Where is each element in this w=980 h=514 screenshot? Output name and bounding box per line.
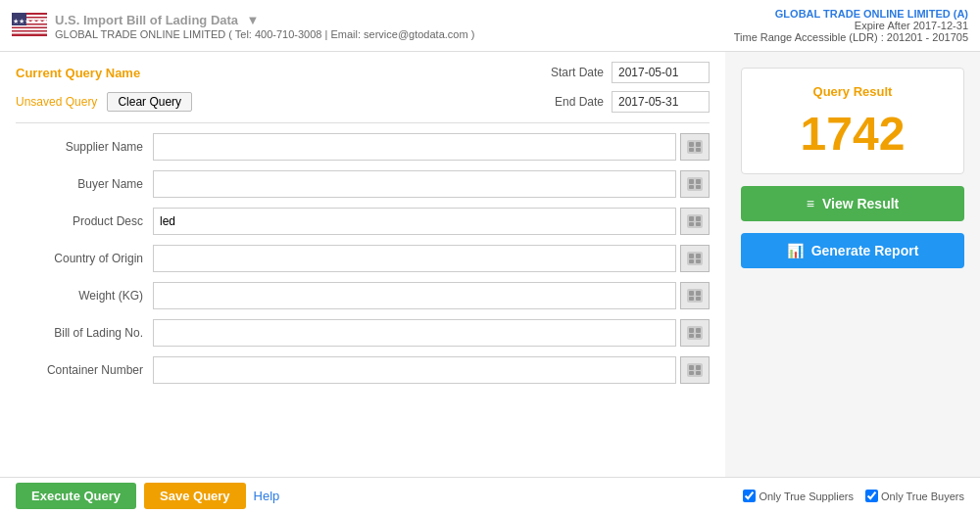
field-label-3: Country of Origin (16, 252, 153, 265)
only-suppliers-checkbox-label[interactable]: Only True Suppliers (743, 490, 854, 502)
end-date-group: End Date (555, 91, 710, 113)
header-dropdown-btn[interactable]: U.S. Import Bill of Lading Data ▼ GLOBAL… (55, 11, 474, 40)
execute-query-button[interactable]: Execute Query (16, 483, 136, 509)
account-company: GLOBAL TRADE ONLINE LIMITED (A) (734, 8, 968, 20)
svg-rect-40 (689, 365, 694, 370)
chart-icon: 📊 (787, 243, 804, 258)
svg-rect-39 (687, 363, 703, 377)
field-icon-btn-5[interactable] (680, 319, 710, 347)
field-input-1[interactable] (153, 170, 676, 198)
svg-rect-19 (687, 214, 703, 228)
svg-rect-26 (696, 254, 701, 258)
only-buyers-checkbox-label[interactable]: Only True Buyers (865, 490, 964, 502)
field-label-2: Product Desc (16, 214, 153, 228)
svg-rect-42 (689, 371, 694, 375)
query-result-number: 1742 (758, 111, 948, 158)
query-result-title: Query Result (758, 84, 948, 99)
form-row: Product Desc (16, 208, 710, 235)
header: ★★★★★★ U.S. Import Bill of Lading Data ▼… (0, 0, 980, 52)
start-date-input[interactable] (612, 62, 710, 83)
svg-rect-27 (689, 259, 694, 263)
query-divider (16, 122, 710, 123)
field-input-5[interactable] (153, 319, 676, 347)
svg-rect-10 (689, 142, 694, 147)
time-range-label: Time Range Accessible (LDR) : 201201 - 2… (734, 31, 968, 43)
right-panel: Query Result 1742 ≡ View Result 📊 Genera… (725, 52, 980, 477)
svg-rect-25 (689, 254, 694, 258)
field-icon-btn-2[interactable] (680, 208, 710, 235)
form-row: Buyer Name (16, 170, 710, 198)
form-row: Supplier Name (16, 133, 710, 161)
field-input-4[interactable] (153, 282, 676, 309)
svg-rect-16 (696, 179, 701, 184)
field-label-6: Container Number (16, 363, 153, 377)
footer-bar: Execute Query Save Query Help Only True … (0, 477, 980, 514)
only-suppliers-checkbox[interactable] (743, 490, 756, 502)
content-area: Current Query Name Start Date Unsaved Qu… (0, 52, 980, 477)
field-input-3[interactable] (153, 245, 676, 272)
svg-rect-18 (696, 185, 701, 189)
only-buyers-checkbox[interactable] (865, 490, 878, 502)
header-right: GLOBAL TRADE ONLINE LIMITED (A) Expire A… (734, 8, 968, 43)
svg-rect-34 (687, 326, 703, 340)
form-fields: Supplier Name Buyer Name Product Desc Co… (16, 133, 710, 384)
only-buyers-label: Only True Buyers (881, 491, 964, 502)
svg-rect-11 (696, 142, 701, 147)
svg-rect-32 (689, 297, 694, 301)
svg-rect-13 (696, 148, 701, 152)
svg-rect-17 (689, 185, 694, 189)
field-icon-btn-6[interactable] (680, 356, 710, 384)
checkbox-group: Only True Suppliers Only True Buyers (743, 490, 964, 502)
svg-rect-24 (687, 252, 703, 265)
svg-rect-38 (696, 334, 701, 338)
field-input-6[interactable] (153, 356, 676, 384)
svg-rect-31 (696, 291, 701, 296)
svg-rect-23 (696, 222, 701, 226)
generate-report-label: Generate Report (811, 243, 919, 258)
view-result-button[interactable]: ≡ View Result (741, 186, 964, 221)
field-icon-btn-3[interactable] (680, 245, 710, 272)
list-icon: ≡ (807, 196, 814, 211)
save-query-button[interactable]: Save Query (144, 483, 246, 509)
end-date-label: End Date (555, 95, 604, 109)
generate-report-button[interactable]: 📊 Generate Report (741, 233, 964, 268)
svg-rect-15 (689, 179, 694, 184)
svg-rect-33 (696, 297, 701, 301)
end-date-input[interactable] (612, 91, 710, 113)
current-query-label: Current Query Name (16, 66, 140, 80)
us-flag-icon: ★★★★★★ (12, 13, 47, 39)
form-row: Container Number (16, 356, 710, 384)
svg-rect-20 (689, 216, 694, 221)
svg-rect-36 (696, 328, 701, 333)
svg-rect-43 (696, 371, 701, 375)
help-button[interactable]: Help (254, 489, 280, 503)
form-row: Bill of Lading No. (16, 319, 710, 347)
left-panel: Current Query Name Start Date Unsaved Qu… (0, 52, 725, 477)
field-input-0[interactable] (153, 133, 676, 161)
query-header-row: Current Query Name Start Date (16, 62, 710, 83)
field-label-4: Weight (KG) (16, 289, 153, 303)
field-input-2[interactable] (153, 208, 676, 235)
form-row: Country of Origin (16, 245, 710, 272)
query-subheader-row: Unsaved Query Clear Query End Date (16, 91, 710, 113)
field-icon-btn-4[interactable] (680, 282, 710, 309)
view-result-label: View Result (822, 196, 899, 211)
clear-query-button[interactable]: Clear Query (107, 92, 192, 112)
page-container: ★★★★★★ U.S. Import Bill of Lading Data ▼… (0, 0, 980, 514)
company-info: GLOBAL TRADE ONLINE LIMITED ( Tel: 400-7… (55, 28, 474, 40)
field-icon-btn-1[interactable] (680, 170, 710, 198)
start-date-label: Start Date (551, 66, 604, 79)
svg-rect-29 (687, 289, 703, 303)
field-icon-btn-0[interactable] (680, 133, 710, 161)
query-result-box: Query Result 1742 (741, 68, 964, 174)
svg-rect-14 (687, 177, 703, 191)
only-suppliers-label: Only True Suppliers (759, 491, 854, 502)
svg-rect-37 (689, 334, 694, 338)
svg-rect-35 (689, 328, 694, 333)
svg-rect-12 (689, 148, 694, 152)
form-row: Weight (KG) (16, 282, 710, 309)
svg-rect-28 (696, 259, 701, 263)
dropdown-arrow-icon: ▼ (247, 13, 260, 27)
svg-rect-5 (12, 28, 47, 30)
svg-text:★★★★★★: ★★★★★★ (13, 18, 47, 24)
